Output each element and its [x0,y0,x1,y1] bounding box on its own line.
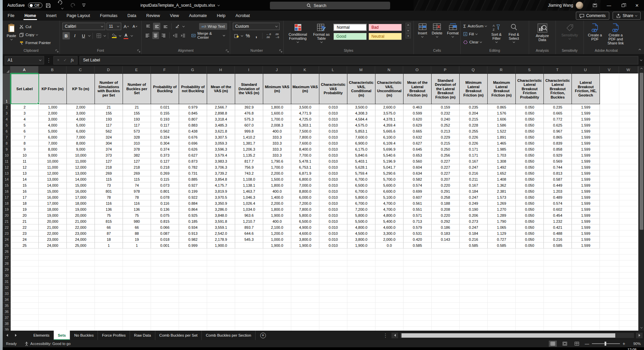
cell-M39[interactable] [347,327,375,331]
zoom-out-icon[interactable]: — [585,341,589,346]
header-cell-U1[interactable]: Lateral Breakout Friction, HE, Geotech [572,73,600,104]
cell-Q14[interactable]: 0.211 [460,176,488,182]
cell-K31[interactable] [291,279,319,285]
cell-J29[interactable] [263,267,291,273]
cell-A9[interactable]: 9 [11,146,39,152]
cell-G14[interactable]: 0.885 [179,176,207,182]
cell-D30[interactable] [95,273,123,279]
cell-T4[interactable]: 0.772 [544,116,572,122]
cell-P12[interactable]: 0.227 [432,164,460,170]
cell-D27[interactable] [95,254,123,260]
formula-input[interactable]: Set Label [79,56,638,64]
restore-button[interactable] [616,0,630,11]
cell-A21[interactable]: 21 [11,218,39,224]
cell-E31[interactable] [123,279,151,285]
cell-S19[interactable]: 0.050 [516,206,544,212]
cell-H4[interactable]: 3,318.4 [207,116,235,122]
cell-I13[interactable]: 743.2 [235,170,263,176]
cell-J33[interactable] [263,291,291,297]
cell-S26[interactable] [516,248,544,254]
cell-D31[interactable] [95,279,123,285]
cell-G38[interactable] [179,321,207,327]
cell-M4[interactable]: 4,584.4 [347,116,375,122]
cell-T22[interactable]: 0.421 [544,224,572,230]
cell-R18[interactable]: 1.269 [488,200,516,206]
cell-E16[interactable]: 978 [123,188,151,194]
cell-M9[interactable]: 6,175.0 [347,146,375,152]
cell-G21[interactable]: 0.185 [179,218,207,224]
ribbon-tab-file[interactable]: File [3,11,19,21]
cell-F32[interactable] [151,285,179,291]
cell-L31[interactable] [319,279,347,285]
cell-H9[interactable]: 3,596.3 [207,146,235,152]
cell-H31[interactable] [207,279,235,285]
cell-W34[interactable] [619,297,638,303]
cell-L7[interactable]: 0.010 [319,134,347,140]
cell-S39[interactable] [516,327,544,331]
cell-W32[interactable] [619,285,638,291]
cell-B9[interactable]: 8,000 [39,146,67,152]
cell-N34[interactable] [375,297,404,303]
top-align-icon[interactable] [144,23,152,30]
cell-O18[interactable]: 0.561 [404,200,432,206]
cell-N17[interactable]: 5,100.0 [375,194,404,200]
cell-Q10[interactable]: 0.171 [460,152,488,158]
cell-H38[interactable] [207,321,235,327]
cell-T8[interactable]: 0.839 [544,140,572,146]
cell-M21[interactable]: 5,500.0 [347,218,375,224]
cell-A26[interactable] [11,248,39,254]
cell-P6[interactable]: 0.213 [432,128,460,134]
customize-quick-access-icon[interactable] [82,4,91,7]
cell-D2[interactable]: 21 [95,104,123,110]
cell-S31[interactable] [516,279,544,285]
cell-D12[interactable]: 218 [95,164,123,170]
cell-J8[interactable]: 333.3 [263,140,291,146]
cell-L36[interactable] [319,309,347,315]
cell-B10[interactable]: 9,000 [39,152,67,158]
cell-I24[interactable]: 545.3 [235,236,263,242]
cell-J12[interactable]: 1,700.0 [263,164,291,170]
cell-P23[interactable]: 0.183 [432,230,460,236]
cell-T23[interactable]: 0.488 [544,230,572,236]
merge-center-button[interactable]: Merge & Center [189,32,227,39]
cell-N35[interactable] [375,303,404,309]
cell-J23[interactable]: 1,200.0 [263,230,291,236]
cell-F14[interactable]: 0.115 [151,176,179,182]
cell-V20[interactable] [600,212,619,218]
cell-L17[interactable]: 0.010 [319,194,347,200]
cell-R11[interactable]: 1.308 [488,158,516,164]
cell-J10[interactable]: 333.3 [263,152,291,158]
cell-C8[interactable]: 8,000 [67,140,95,146]
cell-D21[interactable]: 815 [95,218,123,224]
cell-M33[interactable] [347,291,375,297]
cell-A22[interactable]: 22 [11,224,39,230]
ribbon-tab-review[interactable]: Review [141,11,165,21]
cell-Q25[interactable]: 0.585 [460,242,488,248]
cell-T39[interactable] [544,327,572,331]
cell-S24[interactable]: 0.050 [516,236,544,242]
cell-H7[interactable]: 3,307.5 [207,134,235,140]
cell-Q8[interactable]: 0.226 [460,140,488,146]
cell-L27[interactable] [319,254,347,260]
cell-T9[interactable]: 0.858 [544,146,572,152]
column-header-L[interactable]: L [319,66,347,73]
cell-L4[interactable]: 0.010 [319,116,347,122]
insert-function-icon[interactable]: fx [71,58,74,63]
orientation-button[interactable]: ab [174,23,181,30]
column-header-K[interactable]: K [291,66,319,73]
cell-B32[interactable] [39,285,67,291]
cell-F7[interactable]: 0.324 [151,134,179,140]
cell-R38[interactable] [488,321,516,327]
cell-E2[interactable]: 21 [123,104,151,110]
cell-P35[interactable] [432,303,460,309]
cell-B38[interactable] [39,321,67,327]
cell-I4[interactable]: 575.3 [235,116,263,122]
cell-R35[interactable] [488,303,516,309]
cell-I18[interactable]: 1,026.4 [235,200,263,206]
cell-J25[interactable]: 1,900.0 [263,242,291,248]
cell-G5[interactable]: 0.883 [179,122,207,128]
cell-E9[interactable]: 378 [123,146,151,152]
cell-N16[interactable]: 6,600.0 [375,188,404,194]
cell-C2[interactable]: 2,000 [67,104,95,110]
cell-A19[interactable]: 19 [11,206,39,212]
